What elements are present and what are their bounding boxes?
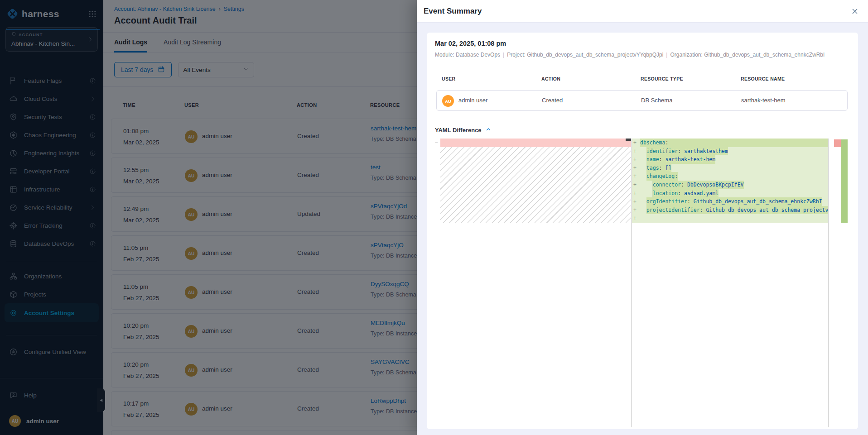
diff-added-line: + identifier: sarthaktesthem <box>632 147 828 156</box>
diff-added-gutter: + <box>632 139 640 147</box>
column-header-resource-type: RESOURCE TYPE <box>641 76 683 81</box>
diff-added-line: + changeLog: <box>632 172 828 181</box>
summary-resource-name: sarthak-test-hem <box>741 91 786 110</box>
diff-added-line: + <box>632 214 828 223</box>
diff-added-gutter: + <box>632 147 640 156</box>
indent <box>640 172 646 181</box>
yaml-colon: : <box>678 148 684 154</box>
yaml-colon: : <box>700 207 706 213</box>
indent <box>640 155 646 164</box>
diff-sash[interactable] <box>631 139 632 427</box>
diff-added-line: + tags: [] <box>632 164 828 172</box>
summary-user: admin user <box>458 91 487 110</box>
diff-removed-gutter: − <box>435 139 440 147</box>
app-root: harness ACCOUNT Abhinav - Kitchen Sin...… <box>0 0 868 435</box>
diff-left-pane <box>440 139 631 427</box>
diff-added-gutter: + <box>632 164 640 172</box>
meta-separator: | <box>500 52 507 58</box>
diff-added-gutter: + <box>632 214 640 223</box>
diff-added-gutter: + <box>632 197 640 206</box>
indent <box>646 181 653 189</box>
yaml-key: changeLog <box>646 173 675 179</box>
diff-added-segment: tags: [] <box>646 164 671 172</box>
yaml-key: location <box>653 190 678 196</box>
event-project: Project: Github_db_devops_aut_db_schema_… <box>507 52 663 58</box>
yaml-diff-editor[interactable]: − +dbschema:+ identifier: sarthaktesthem… <box>435 139 848 427</box>
diff-added-segment: dbschema: <box>640 139 828 147</box>
diff-line-text: identifier: sarthaktesthem <box>640 147 828 156</box>
yaml-colon: : <box>665 139 668 146</box>
yaml-colon: : <box>659 156 665 163</box>
yaml-value: sarthak-test-hem <box>665 156 715 163</box>
diff-added-segment: identifier: sarthaktesthem <box>646 147 728 156</box>
indent <box>646 189 653 198</box>
event-module: Module: Database DevOps <box>435 52 500 58</box>
diff-added-gutter: + <box>632 155 640 164</box>
diff-right-pane: +dbschema:+ identifier: sarthaktesthem+ … <box>632 139 828 223</box>
diff-added-segment: connector: DbDevopsoBKpcpIfEV <box>653 181 744 189</box>
yaml-key: dbschema <box>640 139 665 146</box>
avatar: AU <box>442 95 454 107</box>
yaml-value: DbDevopsoBKpcpIfEV <box>687 182 744 188</box>
event-summary-drawer: Event Summary Mar 02, 2025, 01:08 pm Mod… <box>417 0 868 435</box>
column-header-resource-name: RESOURCE NAME <box>741 76 785 81</box>
column-header-user: USER <box>442 76 455 81</box>
diff-added-gutter: + <box>632 189 640 198</box>
event-organization: Organization: Github_db_devops_aut_db_sc… <box>670 52 825 58</box>
yaml-key: name <box>646 156 659 163</box>
meta-separator: | <box>663 52 670 58</box>
diff-line-text: name: sarthak-test-hem <box>640 155 828 164</box>
diff-line-text: location: asdsad.yaml <box>640 189 828 198</box>
indent <box>640 197 646 206</box>
yaml-value: asdsad.yaml <box>684 190 719 196</box>
event-timestamp: Mar 02, 2025, 01:08 pm <box>435 40 506 47</box>
indent <box>640 189 646 198</box>
diff-line-text: tags: [] <box>640 164 828 172</box>
diff-hatched-filler <box>440 147 631 223</box>
diff-added-segment: name: sarthak-test-hem <box>646 155 715 164</box>
event-meta: Module: Database DevOps|Project: Github_… <box>435 52 825 58</box>
yaml-difference-label: YAML Difference <box>435 127 482 134</box>
diff-added-segment: changeLog: <box>646 172 678 181</box>
diff-added-segment: location: asdsad.yaml <box>653 189 719 198</box>
close-icon[interactable] <box>851 8 858 15</box>
diff-scrollbar-boundary <box>828 139 829 427</box>
indent <box>640 181 646 189</box>
diff-added-gutter: + <box>632 206 640 215</box>
diff-added-line: + location: asdsad.yaml <box>632 189 828 198</box>
diff-added-segment: orgIdentifier: Github_db_devops_aut_db_s… <box>646 197 822 206</box>
yaml-value: [] <box>665 165 671 171</box>
yaml-key: projectIdentifier <box>646 207 700 213</box>
diff-added-line: +dbschema: <box>632 139 828 147</box>
summary-table-headers: USER ACTION RESOURCE TYPE RESOURCE NAME <box>427 76 858 82</box>
indent <box>640 206 646 215</box>
diff-added-line: + name: sarthak-test-hem <box>632 155 828 164</box>
chevron-up-icon <box>486 126 491 134</box>
yaml-value: Github_db_devops_aut_db_schema_projectv <box>706 207 828 213</box>
summary-action: Created <box>542 91 563 110</box>
summary-resource-type: DB Schema <box>641 91 672 110</box>
indent <box>640 147 646 156</box>
yaml-key: tags <box>646 165 659 171</box>
diff-removed-line <box>440 139 631 147</box>
yaml-colon: : <box>659 165 665 171</box>
diff-added-gutter: + <box>632 172 640 181</box>
drawer-title: Event Summary <box>424 7 482 16</box>
diff-added-line: + orgIdentifier: Github_db_devops_aut_db… <box>632 197 828 206</box>
yaml-key: orgIdentifier <box>646 198 687 205</box>
diff-line-text: projectIdentifier: Github_db_devops_aut_… <box>640 206 828 215</box>
overview-ruler-added <box>841 139 848 223</box>
drawer-header: Event Summary <box>417 0 868 23</box>
diff-left-ruler-marker <box>626 139 631 141</box>
event-summary-card: Mar 02, 2025, 01:08 pm Module: Database … <box>427 33 858 429</box>
yaml-key: connector <box>653 182 681 188</box>
overview-ruler-removed <box>834 139 841 147</box>
diff-line-text: orgIdentifier: Github_db_devops_aut_db_s… <box>640 197 828 206</box>
yaml-colon: : <box>687 198 694 205</box>
yaml-difference-toggle[interactable]: YAML Difference <box>435 126 491 134</box>
summary-table-row: AU admin user Created DB Schema sarthak-… <box>436 90 848 111</box>
diff-added-segment: projectIdentifier: Github_db_devops_aut_… <box>646 206 828 215</box>
diff-line-text <box>640 214 828 223</box>
diff-line-text: changeLog: <box>640 172 828 181</box>
diff-added-gutter: + <box>632 181 640 189</box>
